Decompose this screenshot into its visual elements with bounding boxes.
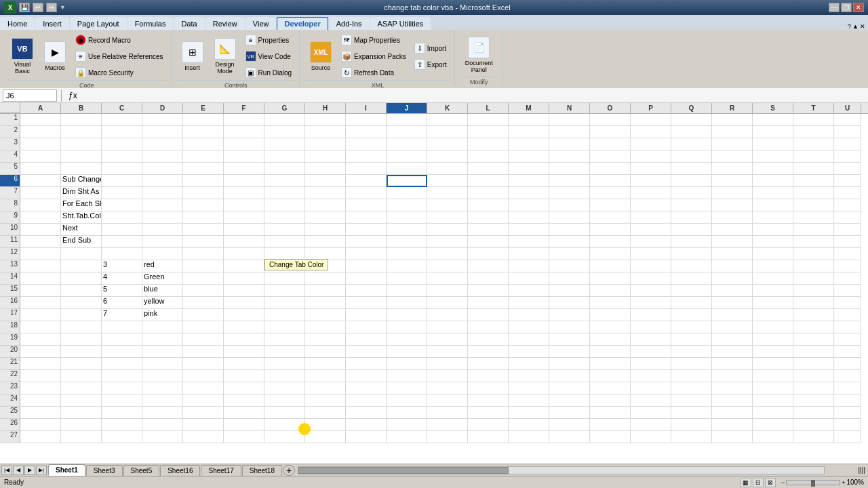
- list-item[interactable]: [671, 175, 712, 187]
- list-item[interactable]: [712, 163, 753, 175]
- list-item[interactable]: Next: [61, 224, 102, 236]
- tab-formulas[interactable]: Formulas: [127, 17, 174, 30]
- list-item[interactable]: [753, 333, 793, 346]
- list-item[interactable]: [468, 394, 509, 407]
- list-item[interactable]: [20, 138, 61, 150]
- list-item[interactable]: [346, 163, 387, 175]
- list-item[interactable]: [183, 126, 224, 138]
- sheet-tab-sheet3[interactable]: Sheet3: [86, 465, 123, 476]
- list-item[interactable]: [712, 126, 753, 138]
- list-item[interactable]: [631, 321, 671, 333]
- list-item[interactable]: [264, 309, 305, 321]
- list-item[interactable]: [142, 138, 183, 150]
- list-item[interactable]: [834, 114, 861, 126]
- list-item[interactable]: [102, 163, 142, 175]
- tab-nav-first[interactable]: |◀: [1, 466, 12, 475]
- list-item[interactable]: [753, 419, 793, 431]
- tab-data[interactable]: Data: [174, 17, 204, 30]
- row-number[interactable]: 15: [0, 285, 20, 297]
- list-item[interactable]: [61, 419, 102, 431]
- list-item[interactable]: [305, 236, 346, 248]
- list-item[interactable]: [509, 394, 549, 407]
- list-item[interactable]: [264, 346, 305, 358]
- list-item[interactable]: [387, 297, 427, 309]
- list-item[interactable]: [793, 272, 834, 285]
- list-item[interactable]: 7: [102, 309, 142, 321]
- list-item[interactable]: [20, 358, 61, 370]
- ribbon-close[interactable]: ✕: [860, 23, 865, 30]
- list-item[interactable]: [549, 114, 590, 126]
- list-item[interactable]: [61, 321, 102, 333]
- list-item[interactable]: [305, 394, 346, 407]
- list-item[interactable]: [631, 138, 671, 150]
- list-item[interactable]: [142, 419, 183, 431]
- map-properties-button[interactable]: 🗺 Map Properties: [338, 33, 410, 47]
- sheet-tab-sheet5[interactable]: Sheet5: [123, 465, 160, 476]
- list-item[interactable]: [549, 321, 590, 333]
- list-item[interactable]: [264, 297, 305, 309]
- list-item[interactable]: [142, 211, 183, 224]
- list-item[interactable]: [753, 394, 793, 407]
- list-item[interactable]: [61, 407, 102, 419]
- list-item[interactable]: [468, 309, 509, 321]
- list-item[interactable]: [631, 431, 671, 443]
- list-item[interactable]: [509, 163, 549, 175]
- list-item[interactable]: [102, 321, 142, 333]
- list-item[interactable]: [183, 224, 224, 236]
- sheet-tab-sheet17[interactable]: Sheet17: [201, 465, 241, 476]
- list-item[interactable]: [427, 431, 468, 443]
- list-item[interactable]: [264, 358, 305, 370]
- list-item[interactable]: [142, 333, 183, 346]
- list-item[interactable]: red: [142, 260, 183, 272]
- list-item[interactable]: [61, 309, 102, 321]
- list-item[interactable]: [753, 138, 793, 150]
- list-item[interactable]: [20, 260, 61, 272]
- list-item[interactable]: [20, 394, 61, 407]
- list-item[interactable]: [509, 297, 549, 309]
- list-item[interactable]: [305, 297, 346, 309]
- list-item[interactable]: [427, 199, 468, 211]
- list-item[interactable]: [590, 419, 631, 431]
- list-item[interactable]: [793, 431, 834, 443]
- list-item[interactable]: [264, 382, 305, 394]
- list-item[interactable]: [264, 138, 305, 150]
- list-item[interactable]: [671, 272, 712, 285]
- list-item[interactable]: [590, 236, 631, 248]
- list-item[interactable]: [264, 236, 305, 248]
- row-number[interactable]: 6: [0, 175, 20, 187]
- list-item[interactable]: [61, 382, 102, 394]
- list-item[interactable]: [305, 199, 346, 211]
- list-item[interactable]: [346, 211, 387, 224]
- list-item[interactable]: [264, 163, 305, 175]
- list-item[interactable]: [671, 285, 712, 297]
- list-item[interactable]: [753, 382, 793, 394]
- list-item[interactable]: [346, 199, 387, 211]
- view-code-button[interactable]: VB View Code: [242, 49, 295, 64]
- list-item[interactable]: [671, 333, 712, 346]
- quick-access-redo[interactable]: ↪: [46, 3, 57, 12]
- expansion-packs-button[interactable]: 📦 Expansion Packs: [338, 49, 410, 64]
- list-item[interactable]: [509, 138, 549, 150]
- list-item[interactable]: [183, 285, 224, 297]
- quick-access-save[interactable]: 💾: [19, 3, 30, 12]
- list-item[interactable]: [387, 333, 427, 346]
- list-item[interactable]: [834, 419, 861, 431]
- list-item[interactable]: [102, 114, 142, 126]
- list-item[interactable]: [20, 199, 61, 211]
- list-item[interactable]: [834, 163, 861, 175]
- sheet-tab-sheet1[interactable]: Sheet1: [48, 464, 85, 476]
- list-item[interactable]: [590, 199, 631, 211]
- list-item[interactable]: [712, 285, 753, 297]
- list-item[interactable]: [346, 138, 387, 150]
- scrollbar-thumb[interactable]: [298, 467, 509, 474]
- sheet-tab-sheet16[interactable]: Sheet16: [160, 465, 200, 476]
- list-item[interactable]: [549, 126, 590, 138]
- row-number[interactable]: 7: [0, 187, 20, 199]
- list-item[interactable]: [427, 224, 468, 236]
- list-item[interactable]: [20, 175, 61, 187]
- col-header-p[interactable]: P: [631, 103, 671, 113]
- list-item[interactable]: [346, 285, 387, 297]
- list-item[interactable]: [753, 272, 793, 285]
- list-item[interactable]: [264, 407, 305, 419]
- list-item[interactable]: [183, 382, 224, 394]
